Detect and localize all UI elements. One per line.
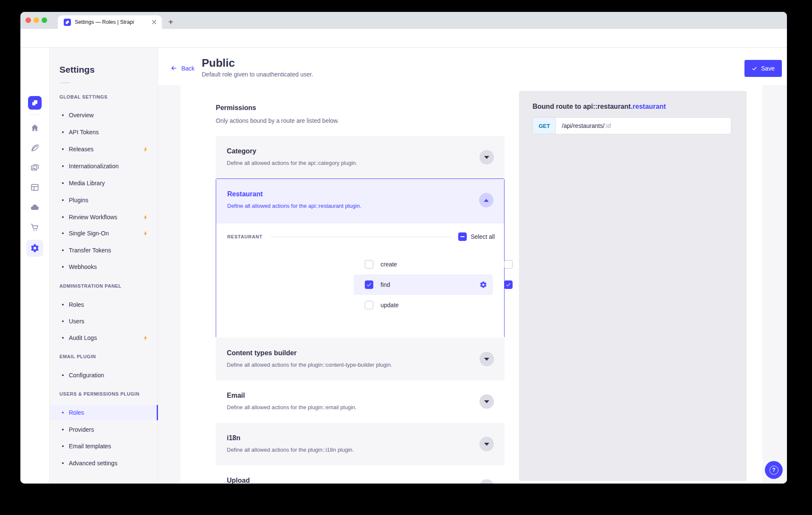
sidebar-item-api-tokens[interactable]: API Tokens: [50, 125, 158, 140]
permissions-title: Permissions: [216, 104, 256, 112]
select-all-row: RESTAURANT Select all: [227, 229, 495, 244]
sidebar-item-audit-logs[interactable]: Audit Logs: [50, 330, 158, 345]
bullet-icon: [62, 462, 64, 464]
screen: Settings — Roles | Strapi + l: [0, 0, 812, 515]
sidebar-item-review-workflows[interactable]: Review Workflows: [50, 209, 158, 225]
bullet-icon: [62, 429, 64, 430]
save-button[interactable]: Save: [744, 60, 782, 77]
back-link[interactable]: Back: [170, 65, 195, 72]
window-minimize-button[interactable]: [34, 17, 39, 23]
tab-strip: Settings — Roles | Strapi +: [20, 12, 787, 29]
expand-toggle-button[interactable]: [479, 394, 494, 409]
question-mark-icon: ?: [770, 466, 778, 475]
browser-window: Settings — Roles | Strapi + l: [20, 12, 787, 484]
sidebar-item-admin-roles[interactable]: Roles: [50, 297, 158, 312]
content-type-builder-icon[interactable]: [30, 183, 39, 192]
bullet-icon: [62, 114, 64, 116]
findone-checkbox[interactable]: [504, 280, 513, 289]
media-library-icon[interactable]: [30, 163, 39, 173]
accordion-category[interactable]: Category Define all allowed actions for …: [216, 136, 505, 178]
chevron-down-icon: [484, 358, 489, 361]
strapi-logo-icon[interactable]: [28, 96, 42, 110]
chevron-down-icon: [484, 156, 489, 159]
chevron-up-icon: [484, 199, 489, 202]
sidebar-item-roles[interactable]: Roles: [50, 405, 158, 420]
check-icon: [752, 66, 757, 71]
route-path: /api/restaurants/:id: [556, 118, 611, 134]
select-all-checkbox[interactable]: [458, 232, 467, 241]
bullet-icon: [62, 266, 64, 268]
sidebar-item-email-templates[interactable]: Email templates: [50, 439, 158, 454]
strapi-favicon-icon: [64, 19, 71, 26]
sidebar-item-releases[interactable]: Releases: [50, 141, 158, 157]
select-all-label: Select all: [471, 233, 495, 240]
group-label: RESTAURANT: [227, 234, 262, 239]
deploy-cloud-icon[interactable]: [30, 203, 39, 212]
page-subtitle: Default role given to unauthenticated us…: [202, 71, 313, 78]
chevron-down-icon: [484, 443, 489, 446]
divider-line: [270, 237, 451, 237]
content-manager-feather-icon[interactable]: [30, 143, 39, 153]
accordion-content-types-builder[interactable]: Content types builder Define all allowed…: [216, 338, 505, 380]
marketplace-cart-icon[interactable]: [30, 223, 39, 232]
boost-lightning-icon: [143, 214, 148, 221]
update-checkbox[interactable]: [365, 301, 373, 309]
section-administration-panel: ADMINISTRATION PANEL: [59, 283, 153, 289]
window-zoom-button[interactable]: [42, 17, 47, 23]
route-param: :id: [604, 122, 611, 129]
permissions-accordion-list: Category Define all allowed actions for …: [216, 136, 505, 484]
route-accent: .restaurant: [631, 103, 666, 110]
settings-sidebar: Settings GLOBAL SETTINGS Overview API To…: [50, 48, 158, 484]
permission-update[interactable]: update: [365, 301, 399, 309]
route-input[interactable]: GET /api/restaurants/:id: [533, 117, 731, 134]
browser-tab[interactable]: Settings — Roles | Strapi: [58, 15, 162, 29]
new-tab-button[interactable]: +: [165, 16, 177, 28]
accordion-i18n[interactable]: i18n Define all allowed actions for the …: [216, 423, 505, 465]
find-checkbox[interactable]: [365, 280, 373, 289]
accordion-email[interactable]: Email Define all allowed actions for the…: [216, 380, 505, 423]
create-checkbox[interactable]: [365, 260, 373, 269]
home-icon[interactable]: [30, 123, 39, 133]
bound-route-heading: Bound route to api::restaurant.restauran…: [533, 103, 666, 110]
sidebar-title-divider: [59, 82, 70, 83]
findone-settings-gear-icon[interactable]: [479, 281, 487, 289]
sidebar-item-internationalization[interactable]: Internationalization: [50, 158, 158, 174]
expand-toggle-button[interactable]: [479, 437, 494, 451]
accordion-upload[interactable]: Upload: [216, 465, 505, 484]
sidebar-item-providers[interactable]: Providers: [50, 422, 158, 437]
settings-gear-icon[interactable]: [30, 243, 39, 253]
sidebar-item-webhooks[interactable]: Webhooks: [50, 259, 158, 274]
bullet-icon: [62, 304, 64, 306]
sidebar-item-users[interactable]: Users: [50, 314, 158, 329]
permission-find[interactable]: find: [365, 280, 390, 289]
tab-close-icon[interactable]: [151, 19, 158, 25]
bullet-icon: [62, 148, 64, 150]
window-close-button[interactable]: [25, 17, 31, 23]
page-header: Back Public Default role given to unauth…: [158, 48, 787, 85]
check-icon: [366, 282, 372, 288]
permission-create[interactable]: create: [365, 260, 397, 269]
browser-toolbar: localhost:1337/admin/settings/users-perm…: [20, 29, 787, 48]
boost-lightning-icon: [143, 146, 148, 153]
expand-toggle-button[interactable]: [479, 479, 494, 484]
accordion-restaurant-header[interactable]: Restaurant Define all allowed actions fo…: [216, 179, 504, 224]
sidebar-item-single-sign-on[interactable]: Single Sign-On: [50, 226, 158, 241]
check-icon: [505, 282, 511, 288]
collapse-toggle-button[interactable]: [479, 193, 493, 207]
sidebar-item-advanced-settings[interactable]: Advanced settings: [50, 456, 158, 471]
bullet-icon: [62, 249, 64, 251]
delete-checkbox[interactable]: [504, 260, 513, 269]
help-button[interactable]: ?: [765, 461, 783, 479]
sidebar-item-overview[interactable]: Overview: [50, 108, 158, 123]
sidebar-item-transfer-tokens[interactable]: Transfer Tokens: [50, 243, 158, 258]
sidebar-item-media-library[interactable]: Media Library: [50, 175, 158, 191]
bound-route-panel: Bound route to api::restaurant.restauran…: [519, 91, 747, 481]
sidebar-item-configuration[interactable]: Configuration: [50, 368, 158, 383]
sidebar-title: Settings: [59, 65, 95, 75]
bullet-icon: [62, 182, 64, 184]
expand-toggle-button[interactable]: [479, 150, 494, 164]
expand-toggle-button[interactable]: [479, 352, 494, 366]
section-email-plugin: EMAIL PLUGIN: [59, 354, 153, 359]
http-method-badge: GET: [533, 118, 556, 134]
sidebar-item-plugins[interactable]: Plugins: [50, 192, 158, 208]
